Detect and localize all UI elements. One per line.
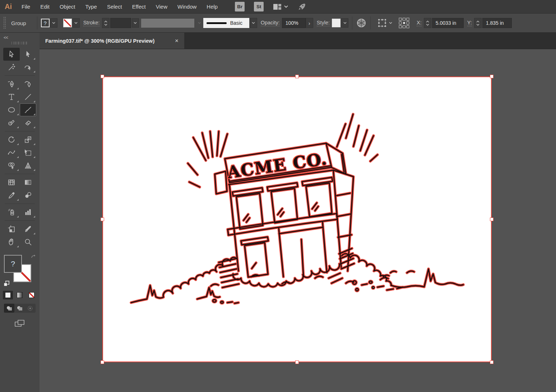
menu-select[interactable]: Select (102, 0, 127, 13)
reference-point-locator[interactable] (398, 17, 410, 29)
tool-pencil[interactable] (3, 116, 20, 129)
selection-handle-top-left[interactable] (101, 75, 104, 78)
workspace-switcher[interactable] (273, 3, 288, 10)
tool-column-graph[interactable] (20, 206, 36, 219)
fill-color-swatch[interactable]: ? (41, 19, 50, 27)
tool-zoom[interactable] (20, 235, 36, 248)
tool-symbol-sprayer[interactable] (3, 206, 20, 219)
drawing-mode-buttons (4, 304, 36, 313)
tool-scale[interactable] (20, 133, 36, 146)
document-tab-title: Farming037.tif* @ 300% (RGB/GPU Preview) (45, 38, 172, 44)
stroke-weight-input[interactable] (110, 18, 131, 28)
menu-object[interactable]: Object (55, 0, 80, 13)
opacity-label[interactable]: Opacity: (261, 20, 280, 26)
color-button[interactable] (3, 291, 13, 299)
x-position-label[interactable]: X: (417, 20, 422, 26)
chevron-down-icon (426, 24, 429, 26)
document-tab[interactable]: Farming037.tif* @ 300% (RGB/GPU Preview)… (40, 33, 184, 49)
tool-perspective-grid[interactable] (20, 159, 36, 172)
stroke-dropdown-button[interactable] (73, 18, 80, 28)
rocket-share-icon[interactable] (297, 3, 306, 11)
stroke-weight-stepper[interactable] (102, 18, 110, 28)
menu-help[interactable]: Help (201, 0, 223, 13)
stroke-weight-dropdown[interactable] (132, 18, 139, 28)
bridge-button[interactable]: Br (235, 2, 245, 11)
selection-handle-middle-right[interactable] (490, 218, 494, 221)
menu-type[interactable]: Type (80, 0, 102, 13)
opacity-flyout-button[interactable]: › (306, 18, 313, 28)
fill-indicator[interactable]: ? (4, 255, 22, 273)
artboard[interactable]: ACME CO. (103, 77, 491, 361)
bounding-box-icon (377, 18, 387, 28)
collapse-panel-button[interactable]: << (0, 33, 40, 41)
selection-handle-bottom-right[interactable] (490, 360, 494, 364)
tool-shape-builder[interactable] (3, 159, 20, 172)
draw-inside-button[interactable] (25, 304, 35, 313)
stock-button[interactable]: St (254, 2, 264, 11)
tool-rotate[interactable] (3, 133, 20, 146)
tool-gradient[interactable] (20, 176, 36, 189)
tool-hand[interactable] (3, 235, 20, 248)
draw-normal-button[interactable] (4, 304, 14, 313)
brush-dropdown-button[interactable] (250, 18, 257, 28)
style-dropdown-button[interactable] (341, 18, 348, 28)
chevron-up-icon (104, 20, 107, 23)
tool-line-segment[interactable] (20, 90, 36, 103)
x-position-input[interactable]: 5.0033 in (432, 18, 464, 28)
tool-artboard[interactable] (3, 223, 20, 235)
tool-eraser[interactable] (20, 116, 36, 129)
default-fill-stroke-icon[interactable] (3, 280, 10, 287)
tool-direct-selection[interactable] (20, 48, 36, 61)
opacity-input[interactable]: 100% (282, 18, 306, 28)
tool-free-transform[interactable] (20, 146, 36, 159)
tool-selection[interactable] (3, 48, 20, 61)
artwork-sketch[interactable]: ACME CO. (103, 77, 491, 361)
chevron-down-icon (74, 22, 78, 24)
change-screen-mode-button[interactable] (13, 319, 26, 328)
stroke-color-swatch[interactable] (63, 19, 72, 27)
y-position-label[interactable]: Y: (467, 20, 472, 26)
fill-dropdown-button[interactable] (50, 18, 57, 28)
menu-bar: Ai File Edit Object Type Select Effect V… (0, 0, 556, 13)
menu-view[interactable]: View (151, 0, 172, 13)
tool-eyedropper[interactable] (3, 189, 20, 202)
style-swatch[interactable] (332, 19, 340, 27)
bounding-box-control[interactable] (377, 18, 392, 28)
tab-close-button[interactable]: × (175, 37, 179, 45)
width-profile-dropdown (141, 19, 201, 28)
selection-handle-bottom-center[interactable] (295, 360, 299, 364)
pasteboard[interactable]: ACME CO. (40, 49, 556, 392)
menu-window[interactable]: Window (172, 0, 201, 13)
tool-type[interactable] (3, 90, 20, 103)
selection-handle-bottom-left[interactable] (101, 360, 104, 364)
selection-handle-top-right[interactable] (490, 75, 494, 78)
tool-paintbrush[interactable] (20, 103, 36, 116)
tool-curvature[interactable] (20, 78, 36, 90)
tool-mesh[interactable] (3, 176, 20, 189)
tool-blend[interactable] (20, 189, 36, 202)
menu-edit[interactable]: Edit (35, 0, 55, 13)
tool-magic-wand[interactable] (3, 61, 20, 74)
menu-effect[interactable]: Effect (127, 0, 151, 13)
none-button[interactable] (27, 291, 37, 299)
panel-grip[interactable] (3, 17, 6, 29)
gradient-button[interactable] (15, 291, 25, 299)
brush-definition[interactable]: Basic (203, 18, 249, 28)
selection-handle-middle-left[interactable] (101, 218, 104, 221)
stroke-weight-label[interactable]: Stroke: (83, 20, 100, 26)
recolor-artwork-icon[interactable] (356, 18, 367, 28)
draw-behind-button[interactable] (14, 304, 25, 313)
tool-ellipse[interactable] (3, 103, 20, 116)
tool-lasso[interactable] (20, 61, 36, 74)
panel-drag-handle[interactable] (11, 42, 28, 45)
selection-handle-top-center[interactable] (295, 75, 299, 78)
y-position-stepper[interactable] (474, 18, 482, 28)
tool-slice[interactable] (20, 223, 36, 235)
y-position-input[interactable]: 1.835 in (482, 18, 512, 28)
color-mode-buttons (0, 291, 40, 299)
tool-pen[interactable] (3, 78, 20, 90)
tool-width[interactable] (3, 146, 20, 159)
x-position-stepper[interactable] (424, 18, 431, 28)
menu-file[interactable]: File (17, 0, 35, 13)
swap-fill-stroke-icon[interactable] (31, 254, 36, 260)
